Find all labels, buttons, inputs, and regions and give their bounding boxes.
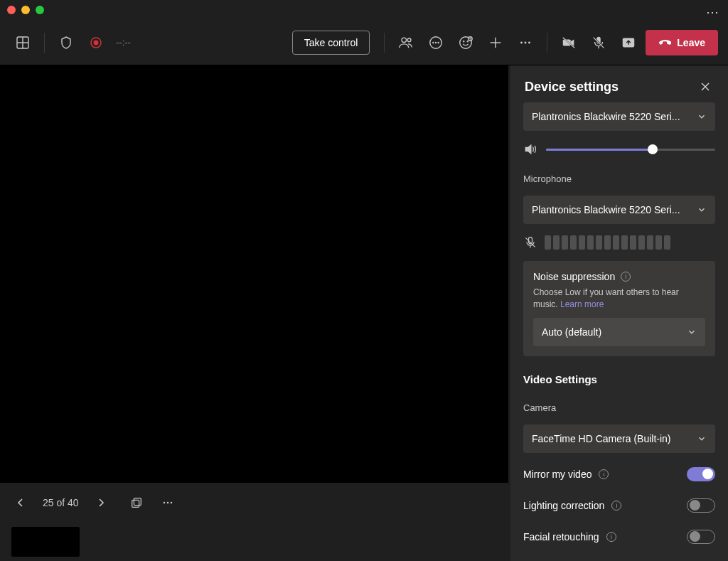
presentation-footer: 25 of 40: [0, 483, 508, 523]
slide-counter: 25 of 40: [43, 497, 79, 508]
lighting-correction-label: Lighting correction: [523, 500, 604, 511]
microphone-value: Plantronics Blackwire 5220 Seri...: [532, 204, 680, 215]
svg-rect-28: [132, 500, 139, 507]
info-icon[interactable]: i: [611, 501, 621, 511]
panel-title: Device settings: [525, 80, 619, 95]
call-duration: --:--: [116, 37, 131, 48]
svg-point-31: [166, 502, 168, 504]
window-minimize-dot[interactable]: [21, 6, 30, 14]
noise-suppression-value: Auto (default): [542, 326, 601, 338]
window-titlebar: ⋯: [0, 0, 728, 20]
svg-point-17: [520, 41, 523, 43]
pop-out-icon[interactable]: [127, 493, 146, 512]
toolbar-separator: [44, 33, 45, 53]
device-settings-panel: Device settings Plantronics Blackwire 52…: [510, 65, 728, 561]
record-icon[interactable]: [83, 30, 109, 55]
gallery-view-icon[interactable]: [10, 30, 36, 55]
footer-more-icon[interactable]: [159, 493, 177, 512]
svg-point-12: [464, 41, 464, 41]
info-icon[interactable]: i: [599, 469, 609, 479]
mic-off-icon[interactable]: [586, 30, 611, 55]
noise-suppression-title: Noise suppression: [533, 271, 615, 282]
take-control-button[interactable]: Take control: [292, 31, 370, 55]
camera-label: Camera: [523, 402, 715, 413]
close-panel-button[interactable]: [697, 78, 714, 95]
meeting-toolbar: --:-- Take control L: [0, 20, 728, 65]
toolbar-separator: [384, 33, 385, 53]
presentation-main: 25 of 40: [0, 65, 510, 561]
slide-thumbnail[interactable]: [11, 527, 80, 557]
svg-point-6: [407, 38, 411, 41]
microphone-dropdown[interactable]: Plantronics Blackwire 5220 Seri...: [523, 196, 715, 224]
svg-point-4: [94, 40, 99, 45]
mirror-video-label: Mirror my video: [523, 469, 592, 480]
chevron-down-icon: [687, 327, 697, 337]
svg-point-19: [528, 41, 530, 43]
svg-point-30: [163, 502, 165, 504]
learn-more-link[interactable]: Learn more: [560, 299, 604, 309]
next-slide-button[interactable]: [92, 493, 110, 512]
svg-point-5: [402, 38, 406, 42]
info-icon[interactable]: i: [621, 272, 631, 282]
svg-point-18: [525, 41, 527, 43]
chevron-down-icon: [697, 112, 707, 122]
hangup-icon: [658, 36, 671, 49]
svg-point-13: [467, 41, 468, 41]
svg-point-9: [436, 42, 437, 43]
titlebar-more-icon[interactable]: ⋯: [706, 4, 719, 20]
shield-icon[interactable]: [53, 30, 79, 55]
speaker-volume-slider[interactable]: [546, 149, 715, 151]
mic-level-meter: [545, 235, 670, 250]
mic-muted-icon: [523, 235, 537, 250]
mirror-video-toggle[interactable]: [687, 467, 715, 481]
leave-label: Leave: [677, 37, 705, 48]
svg-point-32: [170, 502, 172, 504]
chat-icon[interactable]: [423, 30, 449, 55]
prev-slide-button[interactable]: [11, 493, 30, 512]
speaker-volume-icon: [523, 142, 537, 156]
reactions-icon[interactable]: [453, 30, 478, 55]
facial-retouching-toggle[interactable]: [687, 530, 715, 544]
people-icon[interactable]: [393, 30, 419, 55]
add-icon[interactable]: [483, 30, 508, 55]
chevron-down-icon: [697, 434, 707, 444]
leave-button[interactable]: Leave: [646, 30, 718, 55]
camera-value: FaceTime HD Camera (Built-in): [532, 433, 671, 444]
info-icon[interactable]: i: [606, 532, 616, 542]
thumbnail-strip: [0, 523, 508, 561]
camera-dropdown[interactable]: FaceTime HD Camera (Built-in): [523, 424, 715, 453]
presentation-stage[interactable]: [0, 65, 508, 483]
noise-suppression-desc: Choose Low if you want others to hear mu…: [533, 287, 705, 311]
window-close-dot[interactable]: [7, 6, 16, 14]
share-screen-icon[interactable]: [616, 30, 641, 55]
video-settings-title: Video Settings: [523, 373, 715, 385]
camera-off-icon[interactable]: [556, 30, 582, 55]
window-maximize-dot[interactable]: [36, 6, 44, 14]
svg-point-8: [433, 42, 434, 43]
slider-fill: [546, 149, 653, 151]
chevron-down-icon: [697, 205, 707, 215]
more-actions-icon[interactable]: [513, 30, 538, 55]
facial-retouching-label: Facial retouching: [523, 531, 599, 543]
noise-suppression-dropdown[interactable]: Auto (default): [533, 318, 705, 346]
microphone-label: Microphone: [523, 173, 715, 184]
speaker-value: Plantronics Blackwire 5220 Seri...: [532, 111, 680, 122]
lighting-correction-toggle[interactable]: [687, 498, 715, 513]
noise-suppression-card: Noise suppression i Choose Low if you wa…: [523, 261, 715, 356]
toolbar-separator: [547, 33, 547, 53]
slider-thumb[interactable]: [648, 144, 658, 154]
svg-point-10: [438, 42, 439, 43]
svg-rect-29: [134, 498, 141, 506]
speaker-dropdown[interactable]: Plantronics Blackwire 5220 Seri...: [523, 102, 715, 131]
